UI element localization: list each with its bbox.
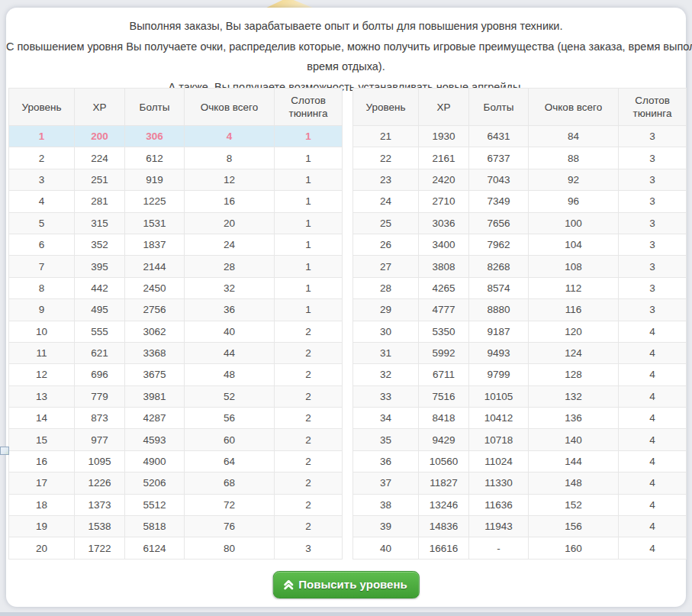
table-cell: 120 xyxy=(529,321,619,342)
table-cell: 395 xyxy=(75,256,125,277)
table-cell: 160 xyxy=(529,537,619,559)
table-cell: 140 xyxy=(529,429,619,450)
table-row: 4016616-1604 xyxy=(353,537,687,559)
table-cell: 4 xyxy=(619,342,687,363)
broken-image-icon xyxy=(0,447,9,455)
table-cell: 9187 xyxy=(469,321,529,342)
intro-text-line-3: время отдыха). xyxy=(6,56,686,77)
table-cell: 11943 xyxy=(469,516,529,537)
table-cell: 40 xyxy=(353,537,419,559)
table-cell: 6 xyxy=(9,234,75,255)
table-cell: 442 xyxy=(75,277,125,298)
table-cell: 3 xyxy=(619,256,687,277)
table-cell: 64 xyxy=(185,450,275,472)
table-cell: 6124 xyxy=(125,537,185,559)
table-cell: 3368 xyxy=(125,342,185,363)
table-cell: 4 xyxy=(619,408,687,429)
table-cell: 3 xyxy=(9,169,75,190)
table-cell: 2 xyxy=(275,385,343,407)
table-cell: 5818 xyxy=(125,516,185,537)
table-cell: 5350 xyxy=(419,321,469,342)
table-row: 2119306431843 xyxy=(353,126,687,147)
table-cell: 11 xyxy=(9,342,75,363)
column-header: Очков всего xyxy=(185,89,275,126)
table-cell: 56 xyxy=(185,408,275,429)
column-header: Болты xyxy=(125,89,185,126)
table-cell: 32 xyxy=(185,277,275,298)
table-cell: 152 xyxy=(529,494,619,515)
table-row: 27380882681083 xyxy=(353,256,687,277)
table-cell: 2 xyxy=(275,342,343,363)
table-cell: 8 xyxy=(185,147,275,169)
table-cell: 6737 xyxy=(469,147,529,169)
table-cell: 2 xyxy=(275,321,343,342)
table-row: 3914836119431564 xyxy=(353,516,687,537)
table-cell: 2 xyxy=(275,408,343,429)
table-row: 116213368442 xyxy=(9,342,343,363)
column-header: XP xyxy=(75,89,125,126)
column-header: Уровень xyxy=(9,89,75,126)
table-row: 137793981522 xyxy=(9,385,343,407)
table-cell: 3 xyxy=(619,147,687,169)
table-cell: 1722 xyxy=(75,537,125,559)
table-cell: 6711 xyxy=(419,364,469,385)
column-header: Болты xyxy=(469,89,529,126)
table-cell: 11827 xyxy=(419,472,469,494)
table-cell: 1226 xyxy=(75,472,125,494)
table-cell: 696 xyxy=(75,364,125,385)
table-cell: 27 xyxy=(353,256,419,277)
table-cell: 1531 xyxy=(125,212,185,234)
table-cell: 108 xyxy=(529,256,619,277)
table-cell: 8418 xyxy=(419,408,469,429)
table-cell: 3 xyxy=(275,537,343,559)
table-cell: 1 xyxy=(275,169,343,190)
table-cell: 1 xyxy=(275,191,343,212)
table-cell: 4287 xyxy=(125,408,185,429)
table-cell: 36 xyxy=(185,299,275,321)
intro-text-line-1: Выполняя заказы, Вы зарабатываете опыт и… xyxy=(6,16,686,37)
table-cell: 3 xyxy=(619,191,687,212)
table-cell: 251 xyxy=(75,169,125,190)
table-cell: 2 xyxy=(275,450,343,472)
table-row: 2324207043923 xyxy=(353,169,687,190)
table-cell: 1 xyxy=(275,299,343,321)
raise-level-button[interactable]: Повысить уровень xyxy=(272,571,419,598)
level-progression-panel: Выполняя заказы, Вы зарабатываете опыт и… xyxy=(6,8,686,607)
table-cell: 2420 xyxy=(419,169,469,190)
table-cell: 31 xyxy=(353,342,419,363)
table-row: 29477788801163 xyxy=(353,299,687,321)
table-cell: 4 xyxy=(619,364,687,385)
table-cell: 7349 xyxy=(469,191,529,212)
table-cell: 36 xyxy=(353,450,419,472)
table-row: 42811225161 xyxy=(9,191,343,212)
table-cell: 128 xyxy=(529,364,619,385)
table-cell: 33 xyxy=(353,385,419,407)
table-cell: 32 xyxy=(353,364,419,385)
table-cell: 555 xyxy=(75,321,125,342)
table-row: 32671197991284 xyxy=(353,364,687,385)
table-cell: 116 xyxy=(529,299,619,321)
table-cell: 3 xyxy=(619,234,687,255)
table-cell: 68 xyxy=(185,472,275,494)
table-cell: 26 xyxy=(353,234,419,255)
column-header: XP xyxy=(419,89,469,126)
table-cell: 60 xyxy=(185,429,275,450)
table-cell: 35 xyxy=(353,429,419,450)
table-row: 120030641 xyxy=(9,126,343,147)
table-cell: 11636 xyxy=(469,494,529,515)
table-row: 1915385818762 xyxy=(9,516,343,537)
table-cell: 4 xyxy=(619,472,687,494)
table-cell: 2144 xyxy=(125,256,185,277)
table-cell: 13246 xyxy=(419,494,469,515)
table-cell: 30 xyxy=(353,321,419,342)
table-row: 84422450321 xyxy=(9,277,343,298)
table-cell: 132 xyxy=(529,385,619,407)
table-row: 1813735512722 xyxy=(9,494,343,515)
table-cell: 4593 xyxy=(125,429,185,450)
table-cell: 4 xyxy=(619,537,687,559)
table-cell: 2 xyxy=(275,364,343,385)
table-cell: 28 xyxy=(353,277,419,298)
table-cell: 20 xyxy=(185,212,275,234)
table-cell: 2 xyxy=(275,494,343,515)
table-cell: 1095 xyxy=(75,450,125,472)
